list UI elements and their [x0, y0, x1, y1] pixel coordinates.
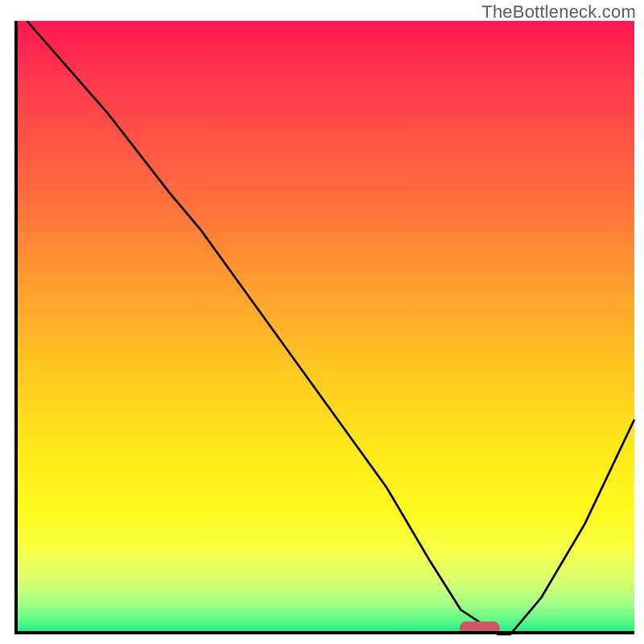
bottleneck-curve: [27, 21, 634, 634]
plot-area: [14, 21, 634, 634]
optimal-marker: [460, 621, 500, 634]
chart-container: TheBottleneck.com: [0, 0, 644, 644]
curve-layer: [14, 21, 634, 634]
watermark-text: TheBottleneck.com: [481, 2, 636, 23]
